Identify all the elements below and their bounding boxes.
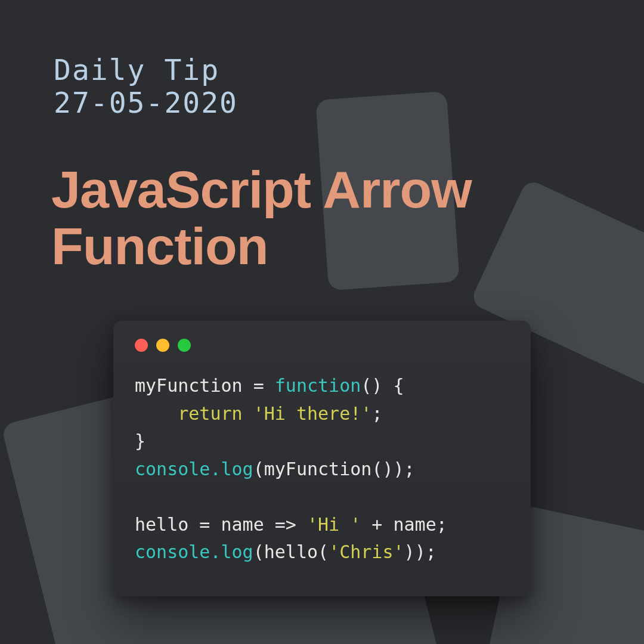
code-token: name	[394, 514, 436, 535]
code-token: 'Hi there!'	[253, 403, 372, 424]
code-token: }	[135, 431, 145, 451]
code-token: {	[382, 375, 404, 396]
close-icon	[135, 339, 148, 352]
code-token: ;	[404, 459, 415, 479]
page-title: JavaScript Arrow Function	[51, 161, 644, 274]
code-token: (	[253, 541, 264, 562]
code-token: =	[188, 514, 221, 535]
meta-date: 27-05-2020	[54, 86, 238, 119]
code-token: ;	[436, 514, 447, 535]
code-token: function	[275, 375, 361, 396]
code-token: )	[394, 459, 404, 479]
code-token: 'Chris'	[329, 541, 404, 562]
code-token: console.log	[135, 541, 253, 562]
code-block: myFunction = function() { return 'Hi the…	[135, 372, 509, 566]
code-token: myFunction	[135, 375, 243, 396]
code-window: myFunction = function() { return 'Hi the…	[113, 321, 531, 596]
code-token: name	[221, 514, 264, 535]
code-token: 'Hi '	[307, 514, 361, 535]
meta-block: Daily Tip 27-05-2020	[54, 54, 238, 119]
code-token: myFunction	[264, 459, 372, 479]
code-token: =	[243, 375, 275, 396]
code-token: return	[178, 403, 242, 424]
code-token: =>	[264, 514, 307, 535]
code-token: +	[361, 514, 393, 535]
code-token: ;	[371, 403, 382, 424]
minimize-icon	[156, 339, 169, 352]
meta-tag: Daily Tip	[54, 54, 238, 86]
maximize-icon	[178, 339, 191, 352]
code-token: )	[415, 541, 426, 562]
window-traffic-lights	[135, 339, 509, 352]
code-token: ()	[361, 375, 382, 396]
code-token: (	[253, 459, 264, 479]
code-token: console.log	[135, 459, 253, 479]
code-token: (	[318, 541, 329, 562]
code-token	[243, 403, 253, 424]
code-token: ()	[371, 459, 393, 479]
code-token: hello	[135, 514, 188, 535]
code-token: )	[404, 541, 415, 562]
code-token: hello	[264, 541, 318, 562]
code-token: ;	[426, 541, 436, 562]
code-token	[135, 403, 178, 424]
